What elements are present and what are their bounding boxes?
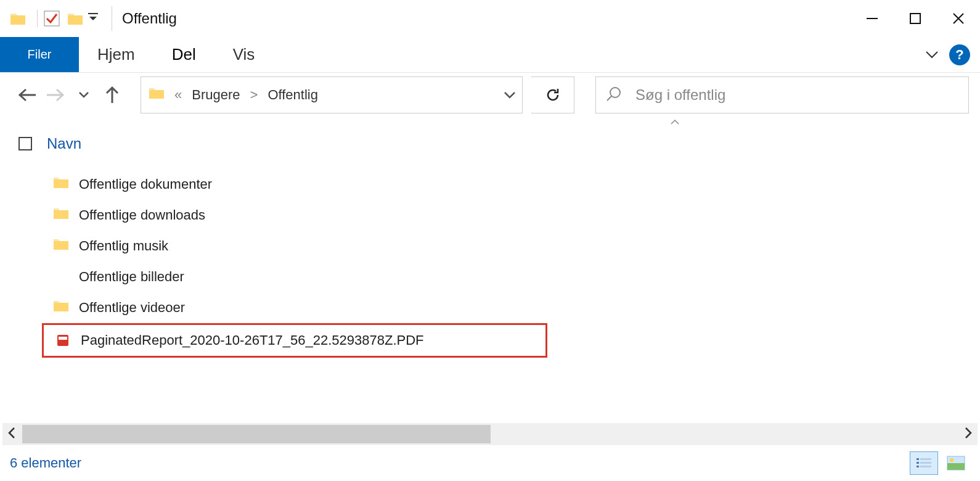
pdf-icon [57,335,68,346]
svg-point-13 [950,458,953,462]
ribbon-tabs: Filer Hjem Del Vis ? [0,37,980,73]
item-label: Offentlige downloads [79,207,205,223]
item-label: Offentlig musik [79,238,168,254]
breadcrumb-prefix: « [174,87,182,103]
collapse-chevron-row [0,117,980,130]
search-input[interactable] [635,86,958,104]
svg-rect-7 [917,462,919,464]
up-button[interactable] [102,85,122,105]
qat-check-icon[interactable] [43,9,61,28]
column-name[interactable]: Navn [47,135,81,152]
horizontal-scrollbar[interactable] [2,423,978,445]
title-bar: Offentlig [0,0,980,37]
collapse-chevron-icon[interactable] [670,117,680,127]
ribbon-collapse-chevron-icon[interactable] [920,37,944,72]
file-list: Offentlige dokumenter Offentlige downloa… [0,158,980,358]
maximize-button[interactable] [894,6,937,31]
folder-icon [53,237,69,255]
address-dropdown-icon[interactable] [504,87,516,103]
nav-bar: « Brugere > Offentlig [0,73,980,117]
svg-point-4 [610,88,620,97]
item-label: Offentlige dokumenter [79,176,212,192]
column-header: Navn [0,130,980,158]
breadcrumb-folder-icon [149,86,165,104]
status-bar: 6 elementer [0,449,980,477]
folder-icon [53,299,69,316]
address-bar[interactable]: « Brugere > Offentlig [141,76,523,113]
refresh-button[interactable] [531,76,574,113]
list-item[interactable]: Offentlige dokumenter [42,169,980,200]
svg-rect-1 [88,13,98,14]
list-item[interactable]: Offentlig musik [42,231,980,261]
breadcrumb-current[interactable]: Offentlig [267,87,318,103]
svg-rect-2 [867,18,878,19]
svg-rect-8 [920,462,931,464]
item-label: Offentlige videoer [79,300,185,316]
window-title: Offentlig [122,10,177,27]
help-button[interactable]: ? [949,44,970,65]
back-button[interactable] [17,85,37,105]
select-all-checkbox[interactable] [18,137,32,150]
item-label: Offentlige billeder [79,269,184,285]
search-box[interactable] [595,76,969,113]
tab-home[interactable]: Hjem [79,37,153,72]
qat-dropdown-icon[interactable] [88,13,98,23]
svg-rect-5 [917,458,919,460]
list-item[interactable]: Offentlige videoer [42,292,980,323]
svg-rect-3 [910,14,920,23]
qat-separator [37,10,38,27]
svg-rect-10 [920,466,931,467]
qat-folder-icon [9,9,27,28]
search-icon [606,86,622,104]
tab-share[interactable]: Del [153,37,214,72]
view-thumbnails-button[interactable] [942,451,970,475]
breadcrumb-parent[interactable]: Brugere [192,87,240,103]
scroll-right-icon[interactable] [959,427,978,442]
folder-icon [53,207,69,224]
status-text: 6 elementer [10,455,81,471]
svg-rect-0 [44,11,59,26]
list-item[interactable]: Offentlige downloads [42,200,980,231]
history-chevron-icon[interactable] [74,85,94,105]
svg-rect-9 [917,466,919,467]
svg-rect-12 [947,463,965,470]
qat-folder2-icon[interactable] [66,9,84,28]
view-details-button[interactable] [910,451,938,475]
title-separator [112,6,112,31]
breadcrumb-sep: > [250,87,258,103]
scroll-left-icon[interactable] [2,427,21,442]
tab-file[interactable]: Filer [0,37,79,72]
list-item[interactable]: Offentlige billeder [42,261,980,292]
item-label: PaginatedReport_2020-10-26T17_56_22.5293… [81,332,424,348]
minimize-button[interactable] [851,6,894,31]
svg-rect-6 [920,458,931,460]
folder-icon [53,176,69,193]
tab-view[interactable]: Vis [214,37,274,72]
close-button[interactable] [937,6,980,31]
scrollbar-thumb[interactable] [22,425,491,443]
list-item-highlighted[interactable]: PaginatedReport_2020-10-26T17_56_22.5293… [42,323,547,358]
forward-button[interactable] [46,85,65,105]
